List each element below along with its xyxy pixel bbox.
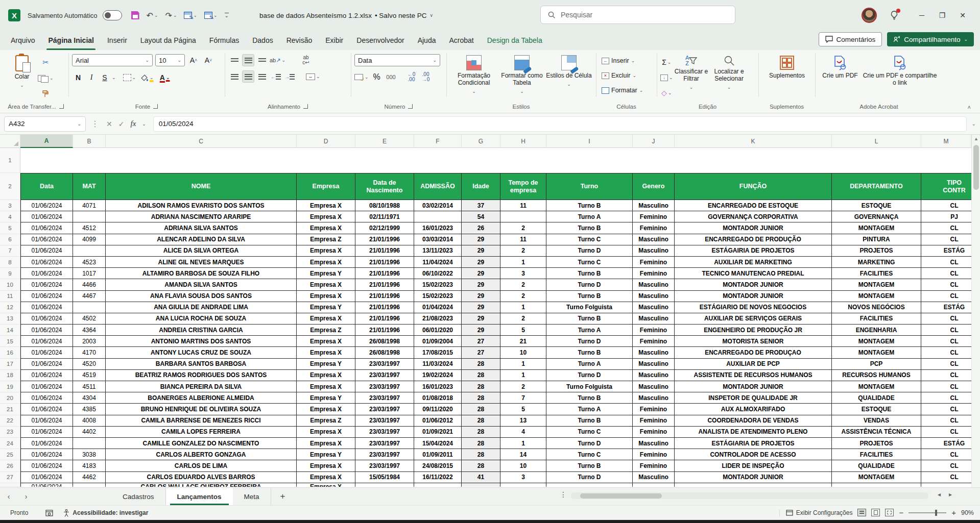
cell[interactable]: 11 [500,234,546,245]
cell[interactable]: Feminino [633,427,675,438]
cell[interactable]: 11/04/2024 [414,257,462,268]
cell[interactable]: 01/04/2024 [414,302,462,313]
cell[interactable]: 3038 [73,449,106,460]
cell[interactable]: 01/06/2024 [20,336,73,347]
sheet-prev-icon[interactable]: ‹ [0,488,17,505]
redo-icon[interactable]: ↷⌄ [165,11,177,20]
fill-color-button[interactable]: ⌄ [141,71,154,84]
cell[interactable]: MARKETING [832,257,921,268]
close-button[interactable]: ✕ [952,5,973,26]
cell[interactable]: ESTÁG [921,438,971,449]
row-number-12[interactable]: 12 [0,302,20,313]
cell[interactable]: 3 [500,268,546,279]
delete-cells-button[interactable]: ×Excluir⌄ [600,69,654,82]
cell[interactable] [832,483,921,487]
cell[interactable]: 01/06/2024 [20,200,73,211]
cell[interactable]: PROJETOS [832,245,921,257]
cell[interactable]: Turno B [546,347,633,358]
cell[interactable] [73,302,106,313]
horizontal-scrollbar[interactable] [571,492,928,499]
orientation-icon[interactable]: ab↗⌄ [270,54,285,66]
cell[interactable]: Feminino [633,449,675,460]
cell[interactable]: BEATRIZ RAMOS RODRIGUES DOS SANTOS [106,370,297,381]
cell[interactable]: 41 [462,472,500,483]
column-header-M[interactable]: M [921,135,971,148]
column-header-G[interactable]: G [462,135,500,148]
cell[interactable]: 21 [500,336,546,347]
cell[interactable]: VENDAS [832,415,921,427]
cell[interactable]: ADRIANA NASCIMENTO ARARIPE [106,211,297,222]
cell[interactable]: MONTAGEM [832,472,921,483]
cell[interactable]: 21/01/1996 [355,325,414,336]
cell[interactable]: 23/03/1997 [355,370,414,381]
cell[interactable]: MONTAGEM [832,381,921,392]
sheet-next-icon[interactable]: › [17,488,35,505]
cell[interactable]: 19/02/2024 [414,370,462,381]
cell[interactable]: 01/06/2024 [20,370,73,381]
cell[interactable]: TECNICO MANUTENCAO PREDIAL [675,268,832,279]
cell[interactable]: Empresa X [297,245,355,257]
cell[interactable]: ANALISTA DE ATENDIMENTO PLENO [675,427,832,438]
table-header-cell[interactable]: Empresa [297,173,355,200]
cell[interactable]: 01/06/2024 [20,257,73,268]
align-right-icon[interactable] [256,70,268,83]
cell[interactable]: NOVOS NEGÓCIOS [832,302,921,313]
cell[interactable]: 21/01/1996 [355,313,414,325]
cell[interactable]: 29 [462,268,500,279]
row-number-10[interactable]: 10 [0,279,20,290]
tab-design-da-tabela[interactable]: Design da Tabela [481,31,549,50]
cell[interactable]: Turno B [546,268,633,279]
cell[interactable]: 5 [500,325,546,336]
cell[interactable]: CL [921,370,971,381]
cell[interactable]: Masculino [633,302,675,313]
cell[interactable]: Empresa X [297,279,355,290]
cell[interactable]: 01/09/2004 [414,336,462,347]
cell[interactable]: AUX ALMOXARIFADO [675,404,832,415]
table-header-cell[interactable]: TIPO CONTR [921,173,971,200]
cell[interactable]: CL [921,427,971,438]
cell[interactable] [73,438,106,449]
cell[interactable]: Empresa X [297,211,355,222]
row-number-26[interactable]: 26 [0,460,20,471]
cell[interactable]: ANA GIULIA DE ANDRADE LIMA [106,302,297,313]
cell[interactable]: 29 [462,325,500,336]
cell[interactable]: CL [921,234,971,245]
cell[interactable]: 08/10/1988 [355,200,414,211]
cell[interactable]: AUXILIAR DE SERVIÇOS GERAIS [675,313,832,325]
cell[interactable]: 4511 [73,381,106,392]
cell[interactable]: Turno A [546,325,633,336]
row-number-23[interactable]: 23 [0,427,20,438]
cell[interactable]: 29 [462,257,500,268]
column-header-J[interactable]: J [633,135,675,148]
cell[interactable]: 01/06/2024 [20,313,73,325]
cell[interactable] [73,245,106,257]
cell[interactable]: Masculino [633,381,675,392]
cell[interactable]: 23/03/1997 [355,427,414,438]
cell[interactable]: 10 [500,460,546,471]
row-number-17[interactable]: 17 [0,359,20,370]
cell[interactable]: 01/06/2024 [20,415,73,427]
cell[interactable]: ESTÁGIARIA DE PROJETOS [675,438,832,449]
create-pdf-button[interactable]: Crie um PDF [819,52,862,100]
cell[interactable]: 01/08/2018 [414,392,462,404]
cell[interactable]: Turno B [546,291,633,302]
cell[interactable]: 15/02/2023 [414,279,462,290]
wrap-text-icon[interactable]: abc↩ [300,54,312,66]
cell[interactable]: 01/06/2024 [20,392,73,404]
align-top-icon[interactable] [228,54,241,66]
cell[interactable]: 01/06/2024 [20,404,73,415]
cell[interactable] [462,483,500,487]
cell[interactable]: CAMILLE GONZALEZ DO NASCIMENTO [106,438,297,449]
cell[interactable]: 28 [462,438,500,449]
cell[interactable]: Empresa Y [297,302,355,313]
cell[interactable]: 01/06/2024 [20,359,73,370]
autosave-toggle[interactable] [103,10,122,20]
cell[interactable]: 01/06/2024 [20,427,73,438]
cell[interactable]: 01/06/2024 [20,211,73,222]
cell[interactable]: CARLOS EDUARDO ALVES BARROS [106,472,297,483]
cell[interactable]: ENCARREGADO DE ESTOQUE [675,200,832,211]
cell[interactable]: CARLOS ALBERTO GONZAGA [106,449,297,460]
cell[interactable]: FACILITIES [832,268,921,279]
cell[interactable]: 14 [500,449,546,460]
sheet-tab-meta[interactable]: Meta [233,488,271,505]
